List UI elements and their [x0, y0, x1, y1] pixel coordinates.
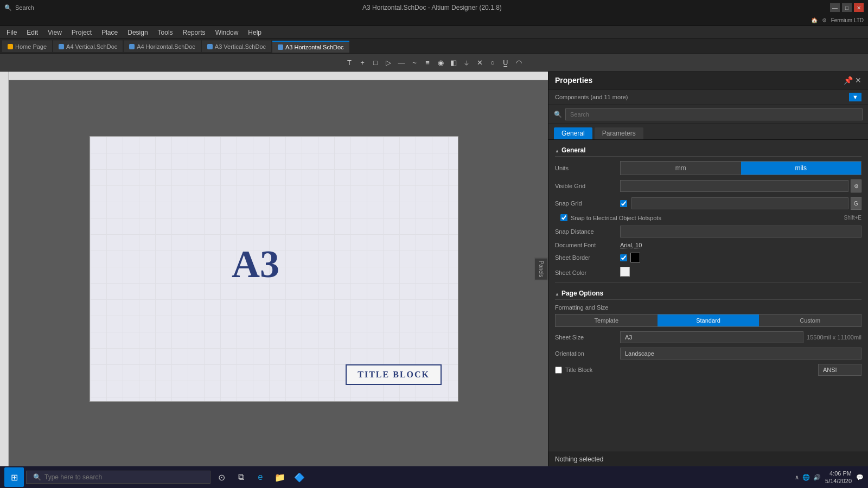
menu-window[interactable]: Window [211, 28, 243, 37]
tab-a3v-label: A3 Vertical.SchDoc [215, 43, 266, 50]
tab-general[interactable]: General [554, 127, 592, 139]
snap-grid-btn[interactable]: G [851, 197, 861, 210]
panel-close-button[interactable]: ✕ [855, 76, 861, 85]
tray-network-icon[interactable]: 🌐 [802, 474, 810, 481]
taskbar-edge-icon[interactable]: e [252, 468, 269, 486]
tab-a4-vertical[interactable]: A4 Vertical.SchDoc [53, 41, 123, 52]
toolbar-line-btn[interactable]: — [395, 56, 408, 69]
tab-home-label: Home Page [15, 43, 47, 50]
menu-reports[interactable]: Reports [178, 28, 210, 37]
tray-chevron[interactable]: ∧ [795, 474, 799, 481]
toolbar-underline-btn[interactable]: U̲ [499, 56, 512, 69]
sheet-border-label: Sheet Border [555, 254, 620, 261]
panels-button[interactable]: Panels [534, 258, 548, 280]
search-input[interactable] [565, 108, 863, 120]
toolbar: T + □ ▷ — ~ ≡ ◉ ◧ ⏚ ✕ ○ U̲ ◠ [0, 54, 868, 72]
toolbar-bus-btn[interactable]: ≡ [421, 56, 434, 69]
visible-grid-input[interactable]: 100mil [620, 180, 848, 192]
tab-a3-horizontal[interactable]: A3 Horizontal.SchDoc [272, 41, 349, 53]
tab-a4-horizontal[interactable]: A4 Horizontal.SchDoc [124, 41, 201, 52]
title-block-select[interactable]: ANSI ISO [818, 364, 861, 376]
sheet-size-row: Sheet Size A3 A4 A2 15500mil x 11100mil [555, 331, 861, 343]
taskbar-cortana-icon[interactable]: ⊙ [213, 468, 230, 486]
toolbar-power-btn[interactable]: ⏚ [460, 56, 473, 69]
toolbar-rect-btn[interactable]: □ [369, 56, 382, 69]
taskbar-app-icon[interactable]: 🔷 [291, 468, 308, 486]
format-custom-btn[interactable]: Custom [759, 314, 861, 326]
page-options-section-label: Page Options [561, 290, 603, 297]
panel-pin-button[interactable]: 📌 [844, 76, 853, 85]
start-button[interactable]: ⊞ [4, 467, 24, 487]
tab-home-page[interactable]: Home Page [2, 41, 52, 52]
visible-grid-btn[interactable]: ⚙ [851, 179, 861, 192]
sheet-size-label: Sheet Size [555, 334, 620, 341]
menu-place[interactable]: Place [97, 28, 122, 37]
toolbar-probe-btn[interactable]: ○ [486, 56, 499, 69]
canvas-area[interactable]: A3 TITLE BLOCK Panels [0, 72, 548, 466]
sheet-border-checkbox[interactable] [620, 254, 627, 261]
toolbar-junction-btn[interactable]: ◉ [434, 56, 447, 69]
sheet-size-dims: 15500mil x 11100mil [807, 334, 861, 341]
menu-design[interactable]: Design [123, 28, 152, 37]
toolbar-pin-btn[interactable]: ▷ [382, 56, 395, 69]
snap-distance-input[interactable]: 40mil [620, 226, 861, 237]
menu-file[interactable]: File [2, 28, 21, 37]
tab-parameters[interactable]: Parameters [595, 127, 643, 139]
sheet-border-color-swatch[interactable] [630, 253, 640, 262]
snap-grid-row: Snap Grid 10mil G [555, 197, 861, 210]
close-button[interactable]: ✕ [854, 3, 864, 12]
document-font-label: Document Font [555, 242, 620, 248]
panel-header: Properties 📌 ✕ [548, 72, 868, 89]
taskbar-files-icon[interactable]: 📁 [271, 468, 289, 486]
toolbar-wire-btn[interactable]: ~ [408, 56, 421, 69]
toolbar-text-btn[interactable]: T [343, 56, 356, 69]
tab-a3-vertical[interactable]: A3 Vertical.SchDoc [202, 41, 271, 52]
panel-title: Properties [555, 76, 592, 85]
menu-edit[interactable]: Edit [22, 28, 42, 37]
menu-view[interactable]: View [43, 28, 66, 37]
menu-help[interactable]: Help [244, 28, 266, 37]
taskbar-search-input[interactable] [44, 473, 203, 481]
taskbar-taskview-icon[interactable]: ⧉ [232, 468, 250, 486]
orientation-select[interactable]: Landscape Portrait [620, 348, 861, 359]
snap-grid-checkbox[interactable] [620, 200, 627, 207]
sheet-color-row: Sheet Color [555, 267, 861, 278]
document-font-value[interactable]: Arial, 10 [620, 242, 642, 248]
snap-distance-label: Snap Distance [555, 228, 620, 235]
general-section-label: General [561, 146, 586, 154]
page-options-collapse-arrow[interactable] [555, 291, 559, 297]
components-row: Components (and 11 more) ▼ [548, 89, 868, 105]
snap-grid-input[interactable]: 10mil [631, 197, 848, 209]
notification-icon[interactable]: 💬 [856, 474, 864, 481]
document-font-row: Document Font Arial, 10 [555, 242, 861, 248]
format-standard-btn[interactable]: Standard [658, 314, 760, 326]
sheet-color-swatch[interactable] [620, 267, 630, 277]
restore-button[interactable]: □ [842, 3, 852, 12]
filter-button[interactable]: ▼ [849, 93, 861, 101]
general-collapse-arrow[interactable] [555, 147, 559, 153]
units-label: Units [555, 165, 620, 171]
taskbar-search-bar[interactable]: 🔍 [26, 471, 210, 484]
snap-hotspots-checkbox[interactable] [560, 214, 567, 221]
menu-tools[interactable]: Tools [154, 28, 177, 37]
toolbar-add-btn[interactable]: + [356, 56, 369, 69]
mils-button[interactable]: mils [741, 162, 861, 175]
title-block-label: Title Block [565, 367, 815, 373]
tab-a3h-label: A3 Horizontal.SchDoc [285, 44, 344, 50]
toolbar-arc-btn[interactable]: ◠ [512, 56, 525, 69]
taskbar-search-icon: 🔍 [33, 473, 41, 481]
menu-project[interactable]: Project [67, 28, 96, 37]
toolbar-port-btn[interactable]: ◧ [447, 56, 460, 69]
page-options-section-header: Page Options [555, 287, 861, 300]
taskbar-clock[interactable]: 4:06 PM 5/14/2020 [825, 470, 852, 485]
mm-button[interactable]: mm [621, 162, 741, 175]
toolbar-noconn-btn[interactable]: ✕ [473, 56, 486, 69]
title-block-row: Title Block ANSI ISO [555, 364, 861, 376]
format-template-btn[interactable]: Template [556, 314, 658, 326]
minimize-button[interactable]: — [830, 3, 840, 12]
nothing-selected-text: Nothing selected [555, 455, 603, 463]
top-search-label[interactable]: Search [15, 4, 34, 11]
tray-volume-icon[interactable]: 🔊 [813, 474, 821, 481]
sheet-size-select[interactable]: A3 A4 A2 [620, 331, 803, 343]
title-block-checkbox[interactable] [555, 367, 562, 374]
